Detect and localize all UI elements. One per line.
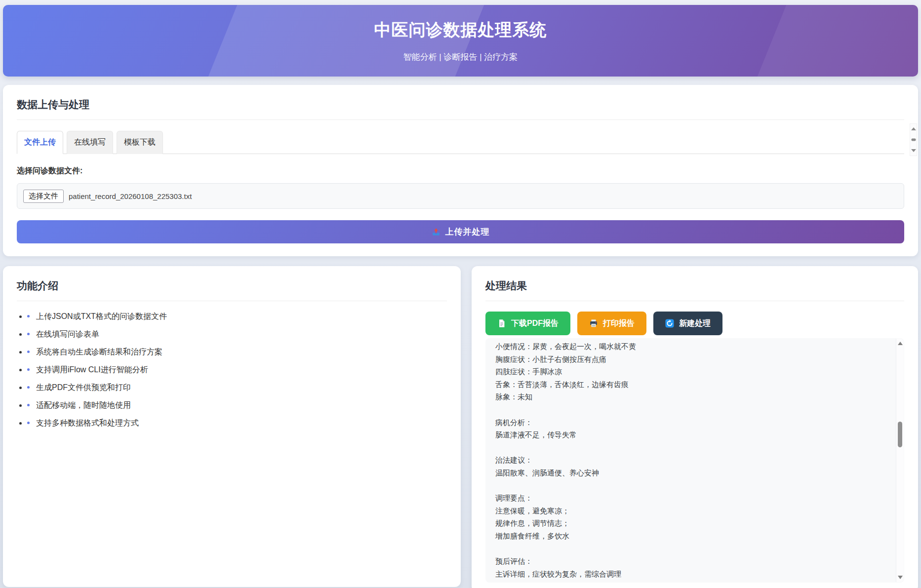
print-report-button[interactable]: 打印报告	[577, 312, 646, 335]
print-report-label: 打印报告	[603, 318, 635, 329]
list-item: 系统将自动生成诊断结果和治疗方案	[27, 347, 447, 357]
scrollbar-thumb[interactable]	[911, 139, 916, 141]
upload-button-label: 上传并处理	[445, 226, 490, 237]
list-item: 在线填写问诊表单	[27, 329, 447, 340]
app-title: 中医问诊数据处理系统	[374, 19, 547, 41]
list-item: 支持多种数据格式和处理方式	[27, 418, 447, 429]
features-list: 上传JSON或TXT格式的问诊数据文件 在线填写问诊表单 系统将自动生成诊断结果…	[17, 311, 447, 429]
upload-card-title: 数据上传与处理	[17, 98, 904, 120]
download-pdf-label: 下载PDF报告	[511, 318, 559, 329]
list-item-label: 系统将自动生成诊断结果和治疗方案	[36, 348, 162, 356]
result-output-area[interactable]: 小便情况：尿黄，会夜起一次，喝水就不黄 胸腹症状：小肚子右侧按压有点痛 四肢症状…	[485, 338, 904, 583]
tab-file-upload[interactable]: 文件上传	[17, 131, 63, 154]
result-text: 小便情况：尿黄，会夜起一次，喝水就不黄 胸腹症状：小肚子右侧按压有点痛 四肢症状…	[495, 340, 881, 580]
file-input-label: 选择问诊数据文件:	[17, 166, 904, 176]
features-card-title: 功能介绍	[17, 279, 447, 301]
list-item: 生成PDF文件供预览和打印	[27, 382, 447, 393]
bullet-dot-icon	[27, 315, 30, 317]
bullet-dot-icon	[27, 404, 30, 406]
scroll-down-icon[interactable]	[898, 576, 903, 579]
choose-file-button[interactable]: 选择文件	[23, 190, 64, 203]
scroll-down-icon[interactable]	[911, 149, 916, 152]
app-header-banner: 中医问诊数据处理系统 智能分析 | 诊断报告 | 治疗方案	[3, 5, 918, 77]
list-item-label: 生成PDF文件供预览和打印	[36, 383, 131, 392]
scroll-up-icon[interactable]	[898, 342, 903, 345]
new-process-button[interactable]: 新建处理	[653, 312, 722, 335]
results-card-title: 处理结果	[485, 279, 904, 301]
selected-filename: patient_record_20260108_225303.txt	[69, 192, 192, 200]
mini-scrollbar[interactable]	[910, 123, 917, 156]
bullet-dot-icon	[27, 422, 30, 424]
upload-card: 数据上传与处理 文件上传 在线填写 模板下载 选择问诊数据文件: 选择文件 pa…	[3, 85, 918, 256]
printer-icon	[589, 319, 598, 328]
bullet-dot-icon	[27, 351, 30, 353]
list-item-label: 上传JSON或TXT格式的问诊数据文件	[36, 312, 167, 320]
list-item-label: 适配移动端，随时随地使用	[36, 401, 131, 409]
result-scrollbar[interactable]	[896, 339, 904, 582]
tab-online-form[interactable]: 在线填写	[67, 131, 113, 154]
app-subtitle: 智能分析 | 诊断报告 | 治疗方案	[403, 51, 518, 63]
page: 中医问诊数据处理系统 智能分析 | 诊断报告 | 治疗方案 数据上传与处理 文件…	[0, 0, 921, 588]
upload-and-process-button[interactable]: 上传并处理	[17, 220, 904, 243]
bullet-dot-icon	[27, 386, 30, 389]
list-item: 支持调用iFlow CLI进行智能分析	[27, 364, 447, 375]
results-card: 处理结果 下载PDF报告 打印报告	[472, 266, 918, 588]
list-item-label: 支持调用iFlow CLI进行智能分析	[36, 365, 148, 374]
list-item-label: 在线填写问诊表单	[36, 330, 99, 338]
download-pdf-button[interactable]: 下载PDF报告	[485, 312, 570, 335]
list-item: 上传JSON或TXT格式的问诊数据文件	[27, 311, 447, 322]
scrollbar-thumb[interactable]	[898, 422, 902, 447]
upload-tabs: 文件上传 在线填写 模板下载	[17, 131, 904, 154]
result-actions: 下载PDF报告 打印报告 新建处理	[485, 312, 904, 335]
document-icon	[497, 319, 506, 328]
file-input-container: 选择文件 patient_record_20260108_225303.txt	[17, 183, 904, 209]
bullet-dot-icon	[27, 333, 30, 335]
tab-template-download[interactable]: 模板下载	[117, 131, 163, 154]
refresh-icon	[665, 319, 674, 328]
bullet-dot-icon	[27, 368, 30, 371]
scroll-up-icon[interactable]	[911, 127, 916, 130]
upload-icon	[432, 228, 440, 236]
features-card: 功能介绍 上传JSON或TXT格式的问诊数据文件 在线填写问诊表单 系统将自动生…	[3, 266, 461, 587]
bottom-columns: 功能介绍 上传JSON或TXT格式的问诊数据文件 在线填写问诊表单 系统将自动生…	[3, 266, 918, 588]
list-item-label: 支持多种数据格式和处理方式	[36, 419, 139, 427]
new-process-label: 新建处理	[679, 318, 711, 329]
list-item: 适配移动端，随时随地使用	[27, 400, 447, 411]
